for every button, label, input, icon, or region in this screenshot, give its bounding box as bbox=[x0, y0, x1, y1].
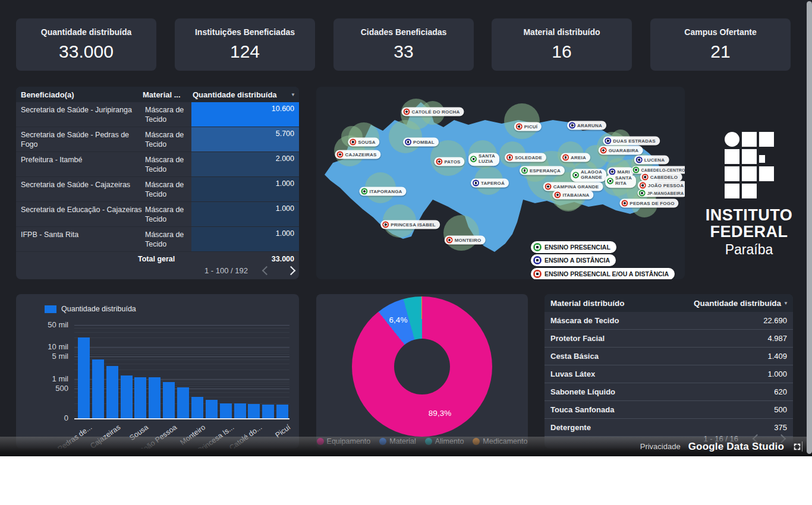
city-label-pedras-de-fogo[interactable]: PEDRAS DE FOGO bbox=[619, 199, 678, 208]
city-marker-icon bbox=[554, 192, 561, 198]
kpi-card-campus: Campus Ofertante 21 bbox=[650, 18, 791, 71]
city-label-santa[interactable]: SANTALUZIA bbox=[468, 153, 499, 166]
city-label-alagoa[interactable]: ALAGOAGRANDE bbox=[571, 169, 606, 182]
city-label-text: SANTARITA bbox=[615, 176, 632, 187]
quantidade-cell: 500 bbox=[774, 405, 793, 414]
table-row: Cesta Básica1.409 bbox=[545, 348, 793, 365]
city-marker-icon bbox=[569, 122, 575, 129]
city-label-jp-mangabeira[interactable]: JP-MANGABEIRA bbox=[638, 190, 685, 197]
bar-7[interactable] bbox=[177, 387, 189, 418]
bar-5[interactable] bbox=[149, 377, 160, 418]
city-marker-icon bbox=[382, 222, 389, 228]
bar-chart-legend: Quantidade distribuída bbox=[45, 305, 136, 313]
city-bubble[interactable] bbox=[443, 215, 479, 251]
bar-14[interactable] bbox=[276, 405, 288, 418]
city-marker-icon bbox=[621, 200, 628, 207]
header-quantidade-label: Quantidade distribuída bbox=[193, 90, 277, 99]
city-label-duas-estradas[interactable]: DUAS ESTRADAS bbox=[603, 137, 660, 146]
city-marker-icon bbox=[516, 124, 523, 130]
city-label-tapero-[interactable]: TAPEROÁ bbox=[471, 179, 509, 188]
distancia-marker-icon bbox=[533, 256, 542, 264]
minor-gridline bbox=[74, 332, 289, 333]
major-gridline bbox=[74, 356, 289, 357]
city-label-itaporanga[interactable]: ITAPORANGA bbox=[359, 187, 406, 196]
city-marker-icon bbox=[350, 139, 356, 146]
city-label-princesa-isabel[interactable]: PRINCESA ISABEL bbox=[380, 220, 440, 229]
bar-8[interactable] bbox=[191, 397, 203, 418]
city-marker-icon bbox=[506, 154, 513, 161]
city-label-jo-o-pessoa[interactable]: JOÃO PESSOA bbox=[638, 181, 685, 190]
material-cell: Cesta Básica bbox=[545, 352, 767, 361]
next-page-icon[interactable] bbox=[287, 266, 296, 275]
header-material[interactable]: Material ... bbox=[143, 90, 189, 99]
kpi-label: Campus Ofertante bbox=[684, 27, 756, 37]
bar-0[interactable] bbox=[78, 337, 90, 418]
table-row: Secretaria de Saúde - CajazeirasMáscara … bbox=[16, 177, 299, 202]
city-label-text: ITABAIANA bbox=[562, 192, 589, 198]
material-cell: Máscara de Tecido bbox=[145, 227, 191, 251]
city-label-cabedelo[interactable]: CABEDELO bbox=[640, 173, 682, 182]
data-studio-dashboard: Quantidade distribuída 33.000 Instituiçõ… bbox=[0, 0, 812, 456]
bar-4[interactable] bbox=[134, 377, 146, 418]
city-label-guarabira[interactable]: GUARABIRA bbox=[599, 146, 643, 155]
bar-1[interactable] bbox=[92, 359, 104, 418]
total-label: Total geral bbox=[138, 255, 184, 263]
city-label-catol-do-rocha[interactable]: CATOLÉ DO ROCHA bbox=[402, 108, 464, 116]
legend-swatch bbox=[45, 305, 56, 313]
city-label-text: ESPERANÇA bbox=[530, 168, 561, 173]
beneficiario-cell: Secretaria de Saúde - Pedras de Fogo bbox=[16, 127, 145, 152]
bar-6[interactable] bbox=[163, 382, 175, 418]
city-label-text: CATOLÉ DO ROCHA bbox=[412, 109, 460, 115]
city-label-esperan-a[interactable]: ESPERANÇA bbox=[520, 166, 565, 175]
bar-12[interactable] bbox=[248, 404, 260, 418]
city-marker-icon bbox=[405, 139, 411, 146]
city-label-patos[interactable]: PATOS bbox=[434, 157, 464, 166]
city-label-cajazeiras[interactable]: CAJAZEIRAS bbox=[335, 150, 380, 159]
city-label-campina-grande[interactable]: CAMPINA GRANDE bbox=[543, 182, 603, 191]
pagination-range: 1 - 100 / 192 bbox=[204, 266, 248, 275]
city-label-text: DUAS ESTRADAS bbox=[613, 138, 656, 144]
city-bubble[interactable] bbox=[504, 103, 540, 139]
city-label-line: LUZIA bbox=[479, 159, 495, 165]
city-label-text: JP-MANGABEIRA bbox=[647, 191, 684, 195]
city-label-soledade[interactable]: SOLEDADE bbox=[505, 153, 546, 162]
header-beneficiado[interactable]: Beneficiado(a) bbox=[16, 90, 143, 99]
bar-10[interactable] bbox=[220, 403, 232, 418]
map-legend-misto: ENSINO PRESENCIAL E/OU A DISTÂNCIA bbox=[531, 268, 675, 279]
privacy-link[interactable]: Privacidade bbox=[640, 442, 681, 451]
header-material-distribuido[interactable]: Material distribuído bbox=[545, 299, 694, 308]
city-label-itabaiana[interactable]: ITABAIANA bbox=[552, 191, 593, 200]
city-label-araruna[interactable]: ARARUNA bbox=[567, 121, 606, 130]
city-label-picu-[interactable]: PICUÍ bbox=[514, 122, 542, 131]
material-cell: Luvas Látex bbox=[545, 370, 767, 378]
city-label-lucena[interactable]: LUCENA bbox=[634, 156, 669, 165]
prev-page-icon[interactable] bbox=[262, 266, 272, 275]
google-data-studio-link[interactable]: Google Data Studio bbox=[688, 441, 784, 453]
city-label-text: SANTALUZIA bbox=[479, 154, 495, 165]
minor-gridline bbox=[74, 354, 289, 355]
page-scrollbar-thumb[interactable] bbox=[807, 1, 812, 454]
bar-13[interactable] bbox=[262, 405, 274, 418]
bar-11[interactable] bbox=[234, 403, 246, 418]
quantidade-cell: 375 bbox=[774, 423, 793, 432]
bar-9[interactable] bbox=[206, 400, 218, 418]
kpi-value: 33 bbox=[394, 42, 413, 62]
city-bubble[interactable] bbox=[389, 120, 422, 153]
city-label-pombal[interactable]: POMBAL bbox=[403, 138, 439, 147]
beneficiario-cell: Prefeitura - Itambé bbox=[16, 152, 145, 176]
city-marker-icon bbox=[636, 157, 643, 163]
city-marker-icon bbox=[562, 154, 569, 161]
header-quantidade[interactable]: Quantidade distribuída ▼ bbox=[694, 299, 793, 308]
bar-3[interactable] bbox=[121, 375, 133, 418]
city-marker-icon bbox=[600, 147, 607, 154]
city-label-sousa[interactable]: SOUSA bbox=[348, 138, 379, 147]
city-label-areia[interactable]: AREIA bbox=[561, 153, 590, 162]
fullscreen-button[interactable] bbox=[792, 441, 802, 452]
bar-2[interactable] bbox=[106, 366, 118, 418]
minor-gridline bbox=[74, 359, 289, 360]
city-label-monteiro[interactable]: MONTEIRO bbox=[445, 236, 486, 245]
bar-chart-card: Quantidade distribuída 05001 mil5 mil10 … bbox=[16, 294, 299, 449]
table-row: IFPB - Santa RitaMáscara de Tecido1.000 bbox=[16, 227, 299, 252]
header-quantidade[interactable]: Quantidade distribuída ▼ bbox=[189, 90, 299, 99]
city-label-santa[interactable]: SANTARITA bbox=[605, 175, 636, 188]
